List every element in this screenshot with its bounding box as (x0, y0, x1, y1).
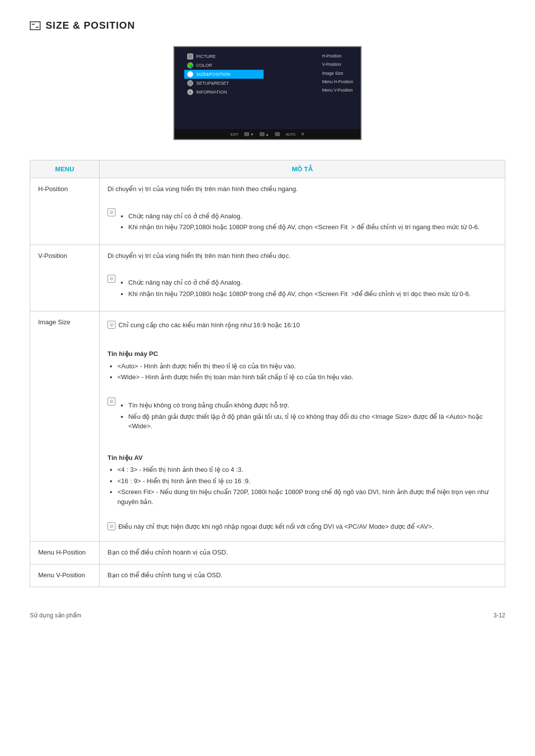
note-row: Tín hiệu không có trong bảng chuẩn không… (107, 397, 497, 435)
page-title: SIZE & POSITION (46, 20, 135, 31)
subsection-title-av: Tín hiệu AV (107, 453, 497, 463)
osd-bottom-bar: EXIT ▼ ▲ AUTO ⚙ (174, 129, 361, 139)
color-icon (187, 62, 193, 68)
osd-item-info: i INFORMATION (184, 88, 264, 97)
note-icon (107, 208, 115, 216)
table-header-menu: MENU (30, 160, 100, 178)
table-row: Image Size Chỉ cung cấp cho các kiểu màn… (30, 311, 505, 542)
note-icon (107, 275, 115, 283)
size-position-icon (30, 21, 41, 30)
osd-auto-btn: AUTO (286, 133, 295, 136)
page-footer: Sử dụng sản phẩm 3-12 (30, 607, 505, 619)
desc-menu-v-position: Bạn có thể điều chỉnh tung vị của OSD. (100, 564, 505, 587)
osd-select-btn (275, 132, 280, 136)
note-row: Điều này chỉ thực hiện được khi ngõ nhập… (107, 522, 497, 532)
menu-label-image-size: Image Size (30, 311, 100, 542)
note-row: Chỉ cung cấp cho các kiểu màn hình rộng … (107, 320, 497, 331)
footer-left: Sử dụng sản phẩm (30, 612, 81, 619)
monitor-illustration: PICTURE COLOR SIZE&POSITION SETUP&RESET … (30, 46, 505, 140)
menu-label-v-position: V-Position (30, 245, 100, 311)
note-icon (107, 398, 115, 405)
note-icon (107, 321, 115, 329)
desc-h-position: Di chuyển vị trí của vùng hiển thị trên … (100, 178, 505, 245)
osd-item-size: SIZE&POSITION (184, 70, 264, 79)
table-header-desc: MÔ TẢ (100, 160, 505, 178)
page-header: SIZE & POSITION (30, 20, 505, 31)
osd-exit-btn: EXIT (231, 133, 239, 136)
osd-item-color: COLOR (184, 61, 264, 70)
setup-icon (187, 80, 193, 86)
table-row: V-Position Di chuyển vị trí của vùng hiể… (30, 245, 505, 311)
osd-down-btn: ▼ (244, 132, 254, 136)
note-row: Chức năng này chỉ có ở chế độ Analog. Kh… (107, 208, 497, 236)
desc-menu-h-position: Bạn có thể điều chỉnh hoành vị của OSD. (100, 542, 505, 564)
note-icon (107, 522, 115, 530)
info-icon: i (187, 89, 193, 95)
table-row: H-Position Di chuyển vị trí của vùng hiể… (30, 178, 505, 245)
subsection-title-pc: Tín hiệu máy PC (107, 349, 497, 359)
osd-item-setup: SETUP&RESET (184, 79, 264, 88)
osd-item-picture: PICTURE (184, 52, 264, 61)
content-table: MENU MÔ TẢ H-Position Di chuyển vị trí c… (30, 160, 505, 587)
size-icon (187, 71, 193, 77)
desc-image-size: Chỉ cung cấp cho các kiểu màn hình rộng … (100, 311, 505, 542)
menu-label-h-position: H-Position (30, 178, 100, 245)
osd-up-btn: ▲ (260, 132, 269, 136)
table-row: Menu V-Position Bạn có thể điều chỉnh tu… (30, 564, 505, 587)
osd-screen: PICTURE COLOR SIZE&POSITION SETUP&RESET … (173, 46, 362, 140)
footer-right: 3-12 (493, 612, 505, 619)
menu-label-menu-h-position: Menu H-Position (30, 542, 100, 564)
osd-menu: PICTURE COLOR SIZE&POSITION SETUP&RESET … (184, 52, 264, 97)
osd-submenu: H-Position V-Position Image Size Menu H-… (322, 52, 353, 95)
picture-icon (187, 53, 193, 59)
table-row: Menu H-Position Bạn có thể điều chỉnh ho… (30, 542, 505, 564)
osd-gear-btn: ⚙ (301, 132, 304, 136)
desc-v-position: Di chuyển vị trí của vùng hiển thị trên … (100, 245, 505, 311)
note-row: Chức năng này chỉ có ở chế độ Analog. Kh… (107, 274, 497, 302)
menu-label-menu-v-position: Menu V-Position (30, 564, 100, 587)
